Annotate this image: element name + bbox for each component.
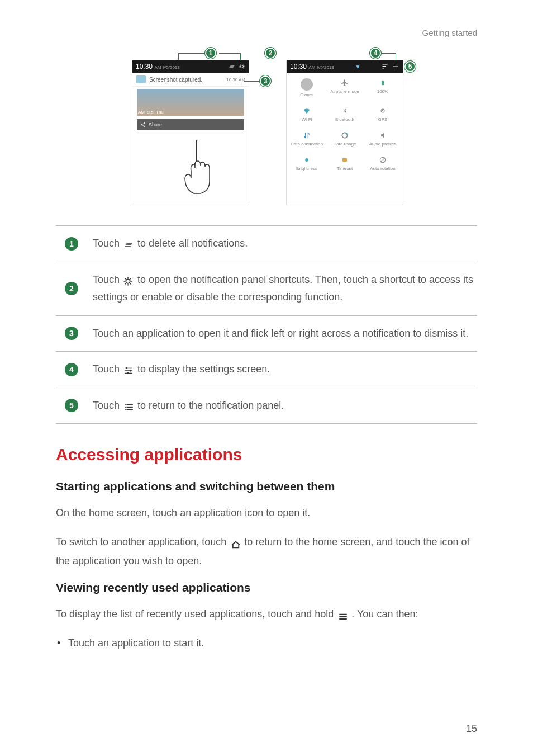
svg-line-18 (125, 284, 126, 285)
body-paragraph: On the home screen, touch an application… (56, 503, 477, 522)
page-header: Getting started (56, 28, 477, 37)
svg-rect-32 (340, 614, 348, 615)
figure-callout-3: 3 (260, 75, 271, 87)
table-row: 4 Touch to display the settings screen. (56, 352, 477, 388)
data-connection-icon (302, 131, 311, 140)
touch-gesture-illustration (172, 138, 222, 202)
clear-all-icon (229, 63, 235, 70)
callout-number-1: 1 (65, 237, 78, 251)
svg-rect-23 (126, 367, 127, 369)
svg-rect-30 (125, 409, 126, 410)
body-paragraph: To display the list of recently used app… (56, 604, 477, 623)
svg-line-19 (130, 278, 131, 280)
auto-rotation-icon (378, 155, 387, 164)
figure-callout-1: 1 (205, 48, 216, 59)
callout-number-3: 3 (65, 327, 78, 340)
svg-rect-24 (130, 370, 131, 372)
quick-settings-panel-screenshot: 10:30 AM 9/5/2013 ▼ Owner Airplane mode … (286, 60, 403, 205)
gps-icon (378, 106, 387, 115)
svg-rect-25 (127, 372, 129, 374)
screenshot-thumbnail: AM 9.5 Thu (137, 89, 244, 116)
svg-rect-26 (125, 404, 126, 405)
data-usage-icon (340, 131, 349, 140)
home-icon (229, 537, 241, 547)
wifi-icon (302, 106, 311, 115)
table-row: 1 Touch to delete all notifications. (56, 226, 477, 262)
svg-point-1 (240, 64, 245, 69)
figure-callout-2: 2 (265, 48, 276, 59)
body-paragraph: To switch to another application, touch … (56, 532, 477, 570)
table-row: 2 Touch to open the notification panel s… (56, 262, 477, 315)
menu-icon (336, 609, 349, 619)
picture-icon (136, 75, 146, 83)
svg-point-7 (305, 158, 308, 162)
svg-rect-8 (342, 158, 347, 162)
svg-line-17 (130, 284, 131, 285)
callout-number-4: 4 (65, 363, 78, 376)
page-number: 15 (466, 723, 477, 735)
svg-line-16 (125, 278, 126, 280)
quick-settings-gear-icon (122, 275, 135, 285)
battery-icon (378, 78, 387, 87)
callout-description-table: 1 Touch to delete all notifications. 2 T… (56, 225, 477, 424)
subsection-title-recent: Viewing recently used applications (56, 581, 477, 594)
figure-callout-5: 5 (404, 61, 416, 72)
brightness-icon (302, 155, 311, 164)
sliders-icon (122, 364, 135, 374)
svg-rect-33 (340, 616, 348, 617)
subsection-title-starting: Starting applications and switching betw… (56, 480, 477, 493)
table-row: 5 Touch to return to the notification pa… (56, 388, 477, 424)
timeout-icon (340, 155, 349, 164)
svg-point-0 (241, 65, 244, 68)
bluetooth-icon (340, 106, 349, 115)
svg-point-11 (126, 279, 130, 284)
svg-rect-31 (127, 409, 133, 410)
share-bar: Share (137, 119, 244, 130)
status-time: 10:30 AM 9/5/2013 (136, 63, 180, 70)
owner-avatar-icon (301, 78, 313, 91)
svg-line-10 (380, 158, 385, 162)
audio-profiles-icon (378, 131, 387, 140)
quick-settings-gear-icon (239, 63, 245, 70)
table-row: 3 Touch an application to open it and fl… (56, 315, 477, 352)
list-icon (122, 400, 135, 410)
callout-number-2: 2 (65, 282, 78, 295)
figure-callout-4: 4 (370, 48, 381, 59)
list-icon (392, 63, 399, 70)
list-item: Touch an application to start it. (56, 634, 477, 653)
callout-number-5: 5 (65, 399, 78, 412)
figure-container: 1 2 3 4 5 10:30 AM 9/5/2013 Screenshot c… (56, 48, 477, 210)
section-title: Accessing applications (56, 445, 477, 464)
svg-rect-28 (125, 407, 126, 408)
svg-rect-29 (127, 407, 133, 408)
svg-point-5 (382, 110, 383, 111)
svg-rect-34 (340, 618, 348, 620)
share-icon (140, 122, 146, 127)
airplane-icon (340, 78, 349, 87)
notification-row: Screenshot captured. 10:30 AM (132, 73, 249, 87)
sliders-icon (382, 63, 388, 70)
clear-all-icon (122, 238, 135, 248)
bullet-list: Touch an application to start it. (56, 634, 477, 653)
svg-rect-27 (127, 404, 133, 405)
notification-panel-screenshot: 10:30 AM 9/5/2013 Screenshot captured. 1… (132, 60, 249, 205)
